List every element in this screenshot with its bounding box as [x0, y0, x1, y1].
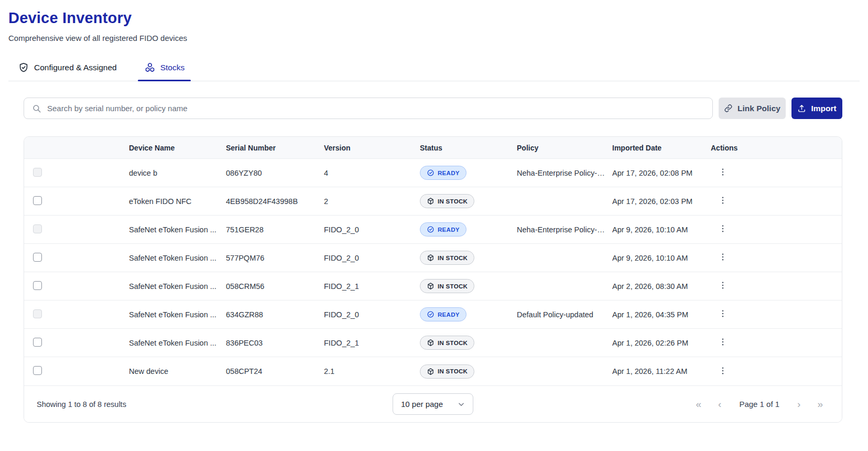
serial-number-cell: 4EB958D24F43998B — [226, 197, 324, 206]
device-name-cell: SafeNet eToken Fusion ... — [129, 282, 226, 291]
status-label: IN STOCK — [438, 368, 468, 374]
serial-number-cell: 634GZR88 — [226, 310, 324, 319]
row-checkbox[interactable] — [33, 281, 42, 290]
serial-number-cell: 058CRM56 — [226, 282, 324, 291]
table-body: device b 086YZY80 4 READY Neha-Enterpris… — [24, 159, 842, 385]
import-label: Import — [811, 104, 836, 113]
first-page-button[interactable]: « — [689, 396, 708, 412]
status-badge: IN STOCK — [420, 194, 474, 208]
pagination: « ‹ Page 1 of 1 › » — [473, 396, 829, 412]
table-row: SafeNet eToken Fusion ... 577PQM76 FIDO_… — [24, 244, 842, 272]
status-badge: READY — [420, 307, 466, 321]
search-box — [24, 98, 713, 119]
package-icon — [427, 254, 435, 262]
tab-configured-assigned[interactable]: Configured & Assigned — [15, 57, 120, 81]
checkbox-cell — [24, 224, 129, 235]
status-label: IN STOCK — [438, 283, 468, 289]
imported-date-cell: Apr 17, 2026, 02:03 PM — [612, 197, 711, 206]
version-cell: 2.1 — [324, 367, 420, 375]
row-checkbox[interactable] — [33, 168, 42, 177]
actions-cell — [711, 335, 842, 350]
table-row: SafeNet eToken Fusion ... 634GZR88 FIDO_… — [24, 300, 842, 329]
status-cell: READY — [420, 222, 517, 237]
status-cell: IN STOCK — [420, 336, 517, 350]
tab-stocks[interactable]: Stocks — [141, 57, 188, 81]
status-label: IN STOCK — [438, 340, 468, 346]
status-cell: READY — [420, 166, 517, 180]
imported-date-cell: Apr 2, 2026, 08:30 AM — [612, 282, 711, 291]
serial-number-cell: 836PEC03 — [226, 339, 324, 347]
device-name-cell: eToken FIDO NFC — [129, 197, 226, 206]
chevron-down-icon — [458, 401, 465, 408]
col-version: Version — [324, 144, 420, 152]
policy-cell: Default Policy-updated — [517, 310, 612, 319]
search-input[interactable] — [47, 104, 704, 113]
next-page-button[interactable]: › — [791, 396, 807, 412]
checkbox-cell — [24, 338, 129, 348]
import-button[interactable]: Import — [791, 98, 842, 119]
serial-number-cell: 577PQM76 — [226, 254, 324, 262]
actions-cell — [711, 250, 842, 265]
actions-cell — [711, 222, 842, 237]
kebab-menu-icon[interactable] — [715, 278, 731, 294]
kebab-menu-icon[interactable] — [715, 194, 731, 209]
kebab-menu-icon[interactable] — [715, 222, 731, 237]
kebab-menu-icon[interactable] — [715, 250, 731, 265]
status-label: IN STOCK — [438, 255, 468, 261]
row-checkbox[interactable] — [33, 253, 42, 262]
status-label: READY — [438, 170, 460, 176]
per-page-value: 10 per page — [401, 400, 443, 409]
status-label: IN STOCK — [438, 198, 468, 205]
kebab-menu-icon[interactable] — [715, 335, 731, 350]
check-circle-icon — [427, 169, 435, 177]
device-name-cell: New device — [129, 367, 226, 375]
status-badge: READY — [420, 166, 466, 180]
col-device-name: Device Name — [129, 144, 226, 152]
imported-date-cell: Apr 9, 2026, 10:10 AM — [612, 254, 711, 262]
tab-bar: Configured & Assigned Stocks — [8, 57, 860, 81]
table-row: SafeNet eToken Fusion ... 058CRM56 FIDO_… — [24, 272, 842, 300]
device-name-cell: SafeNet eToken Fusion ... — [129, 225, 226, 234]
status-badge: IN STOCK — [420, 279, 474, 293]
tab-label: Configured & Assigned — [34, 63, 117, 72]
version-cell: FIDO_2_1 — [324, 282, 420, 291]
actions-cell — [711, 307, 842, 322]
actions-cell — [711, 278, 842, 294]
device-name-cell: device b — [129, 169, 226, 177]
prev-page-button[interactable]: ‹ — [712, 396, 728, 412]
actions-cell — [711, 194, 842, 209]
imported-date-cell: Apr 9, 2026, 10:10 AM — [612, 225, 711, 234]
link-policy-label: Link Policy — [737, 104, 780, 113]
package-icon — [427, 339, 435, 347]
check-circle-icon — [427, 225, 435, 233]
kebab-menu-icon[interactable] — [715, 307, 731, 322]
row-checkbox[interactable] — [33, 366, 42, 375]
policy-cell: Neha-Enterprise Policy-B... — [517, 169, 612, 177]
status-cell: IN STOCK — [420, 279, 517, 293]
version-cell: 2 — [324, 197, 420, 206]
actions-cell — [711, 165, 842, 180]
last-page-button[interactable]: » — [811, 396, 829, 412]
device-name-cell: SafeNet eToken Fusion ... — [129, 254, 226, 262]
table-header-row: Device Name Serial Number Version Status… — [24, 137, 842, 159]
package-icon — [427, 368, 435, 375]
row-checkbox[interactable] — [33, 309, 42, 318]
row-checkbox[interactable] — [33, 196, 42, 205]
row-checkbox[interactable] — [33, 338, 42, 347]
version-cell: 4 — [324, 169, 420, 177]
kebab-menu-icon[interactable] — [715, 364, 731, 379]
per-page-select[interactable]: 10 per page — [393, 393, 473, 415]
kebab-menu-icon[interactable] — [715, 165, 731, 180]
results-summary: Showing 1 to 8 of 8 results — [37, 400, 393, 409]
status-badge: IN STOCK — [420, 364, 474, 379]
device-table-card: Device Name Serial Number Version Status… — [24, 136, 842, 423]
imported-date-cell: Apr 1, 2026, 04:35 PM — [612, 310, 711, 319]
row-checkbox[interactable] — [33, 224, 42, 233]
link-icon — [724, 104, 733, 113]
table-footer: Showing 1 to 8 of 8 results 10 per page … — [24, 385, 842, 422]
table-row: eToken FIDO NFC 4EB958D24F43998B 2 IN ST… — [24, 187, 842, 216]
table-row: device b 086YZY80 4 READY Neha-Enterpris… — [24, 159, 842, 187]
link-policy-button[interactable]: Link Policy — [719, 98, 786, 119]
page-subtitle: Comprehensive view of all registered FID… — [8, 34, 860, 42]
version-cell: FIDO_2_0 — [324, 254, 420, 262]
